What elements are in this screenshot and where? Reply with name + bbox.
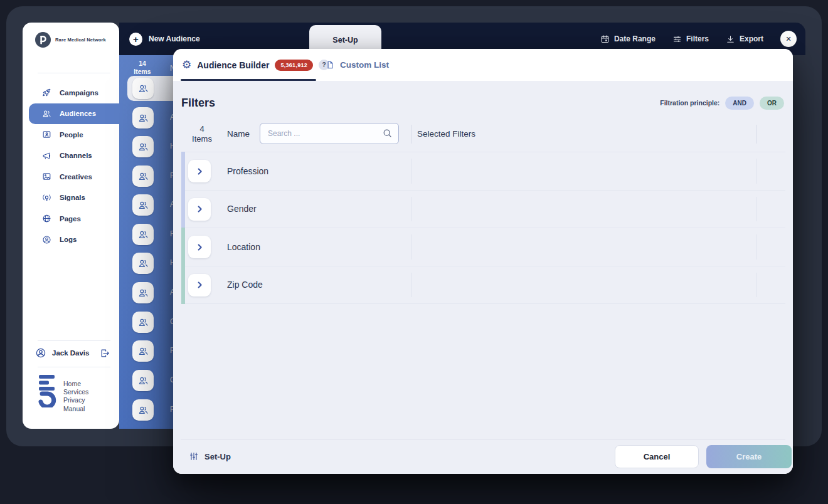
selected-filters-column-header: Selected Filters	[417, 129, 475, 139]
audience-list-item[interactable]: P	[119, 164, 173, 189]
vertical-sliders-icon	[189, 451, 199, 461]
sidebar-item-channels[interactable]: Channels	[23, 145, 119, 167]
export-button[interactable]: Export	[726, 34, 763, 44]
search-box	[260, 123, 399, 144]
audience-list-panel: 14 Items N A H P A R	[119, 55, 173, 429]
megaphone-icon	[42, 151, 51, 160]
audience-list-item[interactable]: H	[119, 251, 173, 276]
close-icon: ✕	[785, 35, 791, 43]
calendar-icon	[600, 34, 610, 44]
audience-list-item[interactable]: A	[119, 280, 173, 305]
export-label: Export	[740, 34, 763, 43]
footer-link-home[interactable]: Home	[63, 380, 88, 388]
filters-title: Filters	[181, 97, 215, 110]
close-button[interactable]: ✕	[780, 31, 797, 47]
sidebar-footer: Home Services Privacy Manual	[38, 375, 88, 413]
row-divider	[756, 159, 757, 184]
audience-list-count: 14 Items	[119, 60, 166, 76]
filter-name: Location	[227, 228, 260, 266]
sidebar-item-creatives[interactable]: Creatives	[23, 166, 119, 187]
users-icon	[132, 312, 154, 333]
count-value: 4	[186, 124, 218, 134]
audience-list-item[interactable]: A	[119, 105, 173, 130]
tab-custom-list[interactable]: Custom List	[326, 49, 389, 81]
expand-row-button[interactable]	[188, 160, 211, 182]
audience-list-item[interactable]: G	[119, 310, 173, 335]
expand-row-button[interactable]	[188, 236, 211, 258]
audience-list-item[interactable]: A	[119, 192, 173, 218]
row-divider	[411, 234, 412, 260]
logo[interactable]: Rare Medical Network	[35, 32, 106, 48]
expand-row-button[interactable]	[188, 198, 211, 221]
logo-text: Rare Medical Network	[55, 37, 106, 43]
globe-icon	[42, 214, 51, 223]
sidebar-item-pages[interactable]: Pages	[23, 208, 119, 229]
sidebar-item-label: Pages	[60, 215, 81, 223]
audience-list-item-selected[interactable]	[119, 76, 173, 101]
users-icon	[132, 399, 154, 421]
sidebar-item-label: Campaigns	[60, 89, 98, 97]
or-toggle[interactable]: OR	[760, 97, 784, 110]
sidebar-item-audiences[interactable]: Audiences	[29, 103, 123, 125]
search-input[interactable]	[260, 123, 399, 144]
audience-list-item[interactable]: P	[119, 339, 173, 364]
and-toggle[interactable]: AND	[725, 97, 754, 110]
count-unit: Items	[119, 68, 166, 76]
users-icon	[132, 107, 154, 129]
page: + New Audience Set-Up Date Range Filters…	[0, 0, 828, 504]
filter-name: Gender	[227, 191, 257, 228]
sidebar-item-label: Signals	[60, 194, 85, 201]
sidebar-item-people[interactable]: People	[23, 124, 119, 145]
image-icon	[42, 172, 51, 181]
logout-icon[interactable]	[100, 348, 110, 359]
sliders-icon	[672, 34, 682, 44]
id-card-icon	[42, 130, 51, 139]
or-group-strip	[181, 266, 185, 305]
filters-label: Filters	[686, 34, 709, 43]
create-button[interactable]: Create	[706, 445, 792, 468]
filtration-principle: Filtration principle: AND OR	[660, 97, 784, 110]
filter-row-gender: Gender	[181, 191, 785, 229]
five-logo-icon	[38, 375, 56, 407]
expand-row-button[interactable]	[188, 274, 211, 297]
footer-link-services[interactable]: Services	[63, 388, 88, 396]
cancel-button[interactable]: Cancel	[615, 445, 699, 468]
filters-button[interactable]: Filters	[672, 34, 709, 44]
sidebar-item-label: Logs	[60, 236, 77, 243]
tab-audience-builder[interactable]: ⚙ Audience Builder 5,361,912 ?	[182, 49, 329, 81]
date-range-button[interactable]: Date Range	[600, 34, 656, 44]
download-icon	[726, 34, 735, 44]
row-divider	[756, 197, 757, 222]
divider	[38, 73, 110, 73]
filter-table-header: 4 Items Name Selected Filters	[173, 118, 793, 150]
users-icon	[132, 340, 154, 362]
plus-icon: +	[129, 33, 142, 46]
count-unit: Items	[186, 134, 218, 144]
chevron-right-icon	[195, 243, 204, 252]
date-range-label: Date Range	[614, 34, 656, 43]
filter-name: Zip Code	[227, 266, 263, 304]
audience-list-item[interactable]: H	[119, 134, 173, 159]
modal-body: Filters Filtration principle: AND OR 4 I…	[173, 81, 793, 474]
users-icon	[132, 370, 154, 391]
audience-list-item[interactable]: R	[119, 222, 173, 247]
audience-list-item[interactable]: P	[119, 397, 173, 423]
users-icon	[132, 78, 154, 99]
signal-icon	[42, 193, 51, 202]
filter-count: 4 Items	[186, 124, 218, 144]
name-column-header: Name	[227, 129, 250, 139]
sidebar-item-signals[interactable]: Signals	[23, 187, 119, 209]
setup-label: Set-Up	[204, 452, 231, 461]
or-group-strip	[181, 228, 185, 266]
tab-label: Custom List	[340, 60, 389, 70]
audience-list-item[interactable]: G	[119, 368, 173, 393]
sidebar-item-logs[interactable]: Logs	[23, 229, 119, 251]
and-group-strip	[181, 152, 185, 191]
sidebar-item-campaigns[interactable]: Campaigns	[23, 82, 119, 103]
users-icon	[132, 194, 154, 216]
footer-link-manual[interactable]: Manual	[63, 405, 88, 413]
users-icon	[132, 136, 154, 157]
chevron-right-icon	[195, 167, 204, 176]
row-divider	[411, 273, 412, 298]
footer-link-privacy[interactable]: Privacy	[63, 396, 88, 404]
